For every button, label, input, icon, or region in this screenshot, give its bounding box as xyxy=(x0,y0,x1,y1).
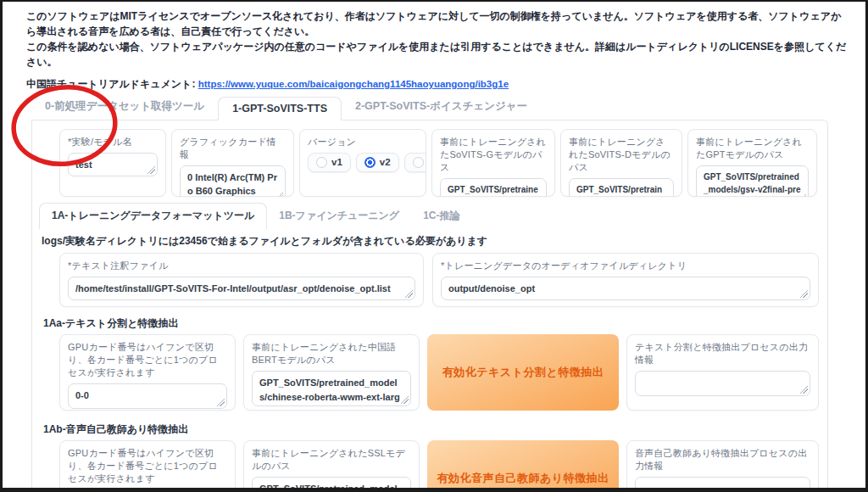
text-split-output-input[interactable] xyxy=(635,371,810,396)
ssl-model-path-input[interactable]: GPT_SoVITS/pretrained_models/chinese-hub… xyxy=(252,477,411,492)
resize-handle-icon[interactable] xyxy=(147,166,155,174)
text-split-output-box: テキスト分割と特徴抽出プロセスの出力情報 xyxy=(626,334,819,411)
subtab-fine-tuning[interactable]: 1B-ファインチューニング xyxy=(267,204,411,229)
app-window: このソフトウェアはMITライセンスでオープンソース化されており、作者はソフトウェ… xyxy=(0,0,868,492)
gpu-card-numbers-label: GPUカード番号はハイフンで区切り、各カード番号ごとに1つのプロセスが実行されま… xyxy=(68,447,227,485)
tab-preprocessing-tools[interactable]: 0-前処理データセット取得ツール xyxy=(31,94,218,120)
version-option-v2-label: v2 xyxy=(380,157,391,167)
gpt-path-input[interactable]: GPT_SoVITS/pretrained_models/gsv-v2final… xyxy=(696,165,809,197)
run-ssl-feature-extract-button[interactable]: 有効化音声自己教師あり特徴抽出 xyxy=(427,440,619,492)
version-radio-group: v1 v2 v4 xyxy=(308,153,418,172)
sovits-g-path-box: 事前にトレーニングされたSoVITS-Gモデルのパス GPT_SoVITS/pr… xyxy=(431,129,555,197)
ssl-model-path-box: 事前にトレーニングされたSSLモデルのパス GPT_SoVITS/pretrai… xyxy=(243,440,420,492)
model-settings-row: *実験/モデル名 test グラフィックカード情報 0 Intel(R) Arc… xyxy=(59,129,817,197)
ssl-output-label: 音声自己教師あり特徴抽出プロセスの出力情報 xyxy=(635,447,810,472)
text-annotation-file-input[interactable]: /home/test/install/GPT-SoVITS-For-Intel/… xyxy=(68,277,415,301)
resize-handle-icon[interactable] xyxy=(798,194,806,197)
gpu-info-input[interactable]: 0 Intel(R) Arc(TM) Pro B60 Graphics xyxy=(180,165,286,197)
gpu-card-numbers-box-1aa: GPUカード番号はハイフンで区切り、各カード番号ごとに1つのプロセスが実行されま… xyxy=(59,334,236,411)
gpu-info-label: グラフィックカード情報 xyxy=(180,136,286,161)
sovits-g-path-label: 事前にトレーニングされたSoVITS-Gモデルのパス xyxy=(440,136,547,174)
subtab-inference[interactable]: 1C-推論 xyxy=(411,204,471,229)
version-label: バージョン xyxy=(308,136,418,148)
text-split-output-label: テキスト分割と特徴抽出プロセスの出力情報 xyxy=(635,341,810,366)
tutorial-label: 中国語チュートリアルドキュメント: xyxy=(26,78,195,90)
bert-model-path-box: 事前にトレーニングされた中国語BERTモデルのパス GPT_SoVITS/pre… xyxy=(243,334,420,411)
tutorial-line: 中国語チュートリアルドキュメント: https://www.yuque.com/… xyxy=(26,77,843,92)
radio-checked-icon xyxy=(364,157,376,168)
tutorial-link[interactable]: https://www.yuque.com/baicaigongchang114… xyxy=(198,79,509,89)
annotation-file-row: *テキスト注釈ファイル /home/test/install/GPT-SoVIT… xyxy=(59,253,819,307)
gpt-path-box: 事前にトレーニングされたGPTモデルのパス GPT_SoVITS/pretrai… xyxy=(687,129,817,197)
subtab-dataset-format-tool[interactable]: 1A-トレーニングデータフォーマットツール xyxy=(39,203,267,229)
disclaimer-line-2: この条件を認めない場合、ソフトウェアパッケージ内の任意のコードやファイルを使用ま… xyxy=(26,39,847,70)
resize-handle-icon[interactable] xyxy=(800,290,808,298)
audio-dir-input[interactable]: output/denoise_opt xyxy=(441,277,810,301)
section-1ab-title: 1Ab-音声自己教師あり特徴抽出 xyxy=(43,422,819,437)
version-option-v4[interactable]: v4 xyxy=(404,153,426,172)
logs-directory-notice: logs/実験名ディレクトリには23456で始まるファイルとフォルダが含まれてい… xyxy=(42,234,819,249)
text-annotation-file-box: *テキスト注釈ファイル /home/test/install/GPT-SoVIT… xyxy=(59,253,424,307)
run-text-split-feature-extract-button[interactable]: 有効化テキスト分割と特徴抽出 xyxy=(427,334,619,411)
sovits-d-path-input[interactable]: GPT_SoVITS/pretrained_models/gsv-v2final… xyxy=(569,178,674,197)
experiment-name-box: *実験/モデル名 test xyxy=(59,129,166,197)
tab-gpt-sovits-tts[interactable]: 1-GPT-SoVITS-TTS xyxy=(218,97,342,120)
ssl-output-input[interactable] xyxy=(635,477,810,492)
version-option-v2[interactable]: v2 xyxy=(356,153,399,172)
text-annotation-file-label: *テキスト注釈ファイル xyxy=(68,260,415,272)
gpu-card-numbers-box-1ab: GPUカード番号はハイフンで区切り、各カード番号ごとに1つのプロセスが実行されま… xyxy=(59,440,236,492)
experiment-name-input[interactable]: test xyxy=(68,153,158,177)
ssl-model-path-label: 事前にトレーニングされたSSLモデルのパス xyxy=(252,447,411,472)
gpt-path-label: 事前にトレーニングされたGPTモデルのパス xyxy=(696,136,809,161)
experiment-name-label: *実験/モデル名 xyxy=(68,136,158,148)
resize-handle-icon[interactable] xyxy=(800,386,808,394)
sovits-g-path-input[interactable]: GPT_SoVITS/pretrained_models/gsv-v2final… xyxy=(440,178,547,197)
radio-unchecked-icon xyxy=(413,157,424,168)
sub-tabbar: 1A-トレーニングデータフォーマットツール 1B-ファインチューニング 1C-推… xyxy=(39,203,819,229)
main-tabbar: 0-前処理データセット取得ツール 1-GPT-SoVITS-TTS 2-GPT-… xyxy=(31,94,865,120)
disclaimer-line-1: このソフトウェアはMITライセンスでオープンソース化されており、作者はソフトウェ… xyxy=(26,8,847,39)
section-1ab-row: GPUカード番号はハイフンで区切り、各カード番号ごとに1つのプロセスが実行されま… xyxy=(59,440,819,492)
version-option-v1-label: v1 xyxy=(331,157,342,167)
ssl-output-box: 音声自己教師あり特徴抽出プロセスの出力情報 xyxy=(626,440,819,492)
license-disclaimer: このソフトウェアはMITライセンスでオープンソース化されており、作者はソフトウェ… xyxy=(3,2,865,92)
radio-unchecked-icon xyxy=(316,157,327,168)
bert-model-path-label: 事前にトレーニングされた中国語BERTモデルのパス xyxy=(252,341,411,366)
tab-voice-changer[interactable]: 2-GPT-SoVITS-ボイスチェンジャー xyxy=(342,94,541,120)
section-1aa-row: GPUカード番号はハイフンで区切り、各カード番号ごとに1つのプロセスが実行されま… xyxy=(59,334,819,411)
sovits-d-path-label: 事前にトレーニングされたSoVITS-Dモデルのパス xyxy=(569,136,674,174)
gpu-info-box: グラフィックカード情報 0 Intel(R) Arc(TM) Pro B60 G… xyxy=(171,129,294,197)
resize-handle-icon[interactable] xyxy=(275,193,283,197)
version-option-v1[interactable]: v1 xyxy=(308,153,351,172)
resize-handle-icon[interactable] xyxy=(405,290,413,298)
tts-tab-panel: *実験/モデル名 test グラフィックカード情報 0 Intel(R) Arc… xyxy=(31,120,828,492)
resize-handle-icon[interactable] xyxy=(217,399,225,406)
audio-dir-label: *トレーニングデータのオーディオファイルディレクトリ xyxy=(441,260,810,272)
gpu-card-numbers-input-1aa[interactable]: 0-0 xyxy=(68,383,227,409)
section-1aa-title: 1Aa-テキスト分割と特徴抽出 xyxy=(43,316,819,331)
resize-handle-icon[interactable] xyxy=(401,396,409,404)
version-box: バージョン v1 v2 v4 xyxy=(299,129,426,197)
bert-model-path-input[interactable]: GPT_SoVITS/pretrained_models/chinese-rob… xyxy=(252,371,411,406)
gpu-card-numbers-label: GPUカード番号はハイフンで区切り、各カード番号ごとに1つのプロセスが実行されま… xyxy=(68,341,227,379)
audio-dir-box: *トレーニングデータのオーディオファイルディレクトリ output/denois… xyxy=(432,253,819,307)
sovits-d-path-box: 事前にトレーニングされたSoVITS-Dモデルのパス GPT_SoVITS/pr… xyxy=(560,129,682,197)
